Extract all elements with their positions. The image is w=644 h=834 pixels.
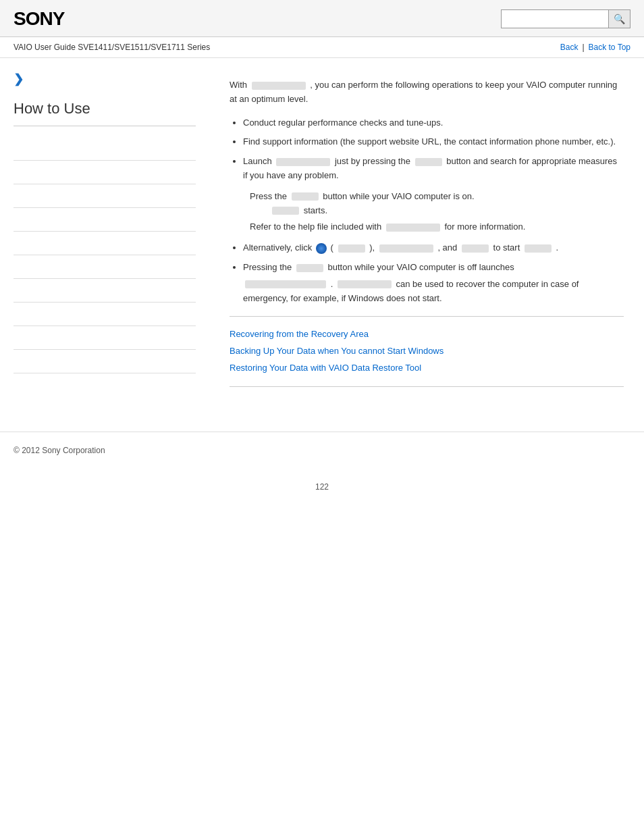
sidebar: ❯ How to Use: [0, 58, 209, 418]
content-body: With , you can perform the following ope…: [230, 78, 624, 387]
app-start-ref: [525, 244, 552, 253]
para1-prefix: With: [230, 80, 247, 90]
sidebar-item-2[interactable]: [14, 161, 196, 184]
sidebar-item-6[interactable]: [14, 255, 196, 279]
app-name-placeholder: [252, 82, 306, 90]
app-ref-starts: [272, 207, 299, 215]
bullet-item-1: Conduct regular performance checks and t…: [243, 116, 624, 130]
nav-separator: |: [582, 43, 584, 52]
bullet-item-2: Find support information (the support we…: [243, 135, 624, 149]
section-divider-1: [230, 316, 624, 317]
content-area: With , you can perform the following ope…: [209, 58, 644, 418]
page-header: SONY 🔍: [0, 0, 644, 37]
button-ref-1: [292, 192, 319, 201]
nav-links: Back | Back to Top: [560, 43, 630, 52]
breadcrumb-arrow[interactable]: ❯: [14, 72, 196, 86]
action-ref: [462, 244, 489, 253]
app-ref-help: [386, 224, 440, 232]
link-recovering[interactable]: Recovering from the Recovery Area: [230, 328, 624, 342]
intro-paragraph: With , you can perform the following ope…: [230, 78, 624, 107]
search-area: 🔍: [501, 9, 630, 28]
guide-title: VAIO User Guide SVE1411/SVE1511/SVE1711 …: [14, 43, 210, 52]
sony-logo: SONY: [14, 8, 64, 30]
sidebar-item-7[interactable]: [14, 279, 196, 303]
recovery-tool-ref: [338, 280, 392, 288]
sidebar-item-8[interactable]: [14, 303, 196, 326]
sidebar-item-3[interactable]: [14, 184, 196, 208]
windows-start-icon: [316, 243, 327, 254]
sidebar-item-5[interactable]: [14, 232, 196, 255]
app-menu-ref: [379, 244, 433, 253]
link-backing-up[interactable]: Backing Up Your Data when You cannot Sta…: [230, 344, 624, 359]
search-input[interactable]: [501, 9, 609, 28]
recovery-app-ref: [245, 280, 326, 288]
copyright-text: © 2012 Sony Corporation: [14, 446, 105, 455]
nav-bar: VAIO User Guide SVE1411/SVE1511/SVE1711 …: [0, 37, 644, 58]
link-restoring[interactable]: Restoring Your Data with VAIO Data Resto…: [230, 361, 624, 375]
related-links: Recovering from the Recovery Area Backin…: [230, 328, 624, 375]
indented-line-3: Refer to the help file included with for…: [250, 220, 624, 234]
indented-line-1: Press the button while your VAIO compute…: [250, 190, 624, 204]
button-name-placeholder: [415, 158, 442, 166]
app-name-placeholder-2: [276, 158, 330, 166]
alt-bullet-2: Pressing the button while your VAIO comp…: [243, 261, 624, 305]
search-button[interactable]: 🔍: [609, 9, 630, 28]
back-to-top-link[interactable]: Back to Top: [589, 43, 630, 52]
sidebar-item-4[interactable]: [14, 208, 196, 232]
alt-bullet-1: Alternatively, click ( ), , and to start…: [243, 241, 624, 255]
back-link[interactable]: Back: [560, 43, 579, 52]
sidebar-item-10[interactable]: [14, 350, 196, 373]
start-menu-ref: [338, 244, 365, 253]
indented-instructions: Press the button while your VAIO compute…: [250, 190, 624, 234]
page-footer: © 2012 Sony Corporation: [0, 432, 644, 469]
indented-line-2: starts.: [270, 204, 624, 218]
feature-list: Conduct regular performance checks and t…: [243, 116, 624, 183]
sidebar-item-1[interactable]: [14, 137, 196, 161]
sidebar-item-9[interactable]: [14, 326, 196, 350]
button-ref-2: [296, 264, 323, 272]
bullet-item-3: Launch just by pressing the button and s…: [243, 155, 624, 183]
search-icon: 🔍: [614, 14, 625, 24]
section-divider-2: [230, 386, 624, 387]
page-number: 122: [0, 469, 644, 498]
main-layout: ❯ How to Use With , you can perform the …: [0, 58, 644, 418]
alternate-list: Alternatively, click ( ), , and to start…: [243, 241, 624, 305]
sidebar-title: How to Use: [14, 100, 196, 126]
